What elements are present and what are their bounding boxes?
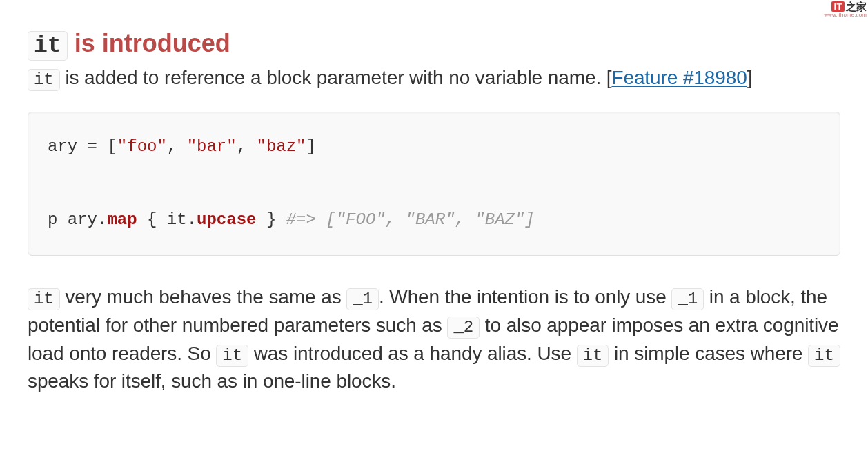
source-watermark: IT 之家 www.ithome.com bbox=[824, 1, 867, 18]
ic-it-2: it bbox=[216, 345, 248, 367]
code-line-2: p ary.map { it.upcase } #=> ["FOO", "BAR… bbox=[48, 210, 535, 229]
ic-it-1: it bbox=[28, 288, 60, 310]
section-heading: it is introduced bbox=[28, 28, 840, 60]
intro-text-1: is added to reference a block parameter … bbox=[60, 67, 612, 88]
ic-underscore-1a: _1 bbox=[346, 288, 379, 310]
code-example: ary = ["foo", "bar", "baz"] p ary.map { … bbox=[28, 112, 840, 255]
ic-it-4: it bbox=[808, 345, 840, 367]
ic-it-3: it bbox=[577, 345, 609, 367]
ic-underscore-2: _2 bbox=[447, 317, 480, 339]
code-line-1: ary = ["foo", "bar", "baz"] bbox=[48, 137, 316, 156]
heading-text: is introduced bbox=[68, 29, 230, 57]
heading-code: it bbox=[28, 31, 68, 61]
logo: IT 之家 bbox=[831, 1, 867, 12]
logo-glyph: 之家 bbox=[846, 1, 867, 12]
inline-code-it: it bbox=[28, 69, 60, 91]
ic-underscore-1b: _1 bbox=[671, 288, 704, 310]
document-page: IT 之家 www.ithome.com it is introduced it… bbox=[0, 0, 868, 396]
intro-text-2: ] bbox=[747, 67, 753, 88]
explanation-paragraph: it very much behaves the same as _1. Whe… bbox=[28, 283, 840, 396]
feature-link[interactable]: Feature #18980 bbox=[611, 67, 747, 88]
watermark-url: www.ithome.com bbox=[824, 12, 867, 18]
intro-paragraph: it is added to reference a block paramet… bbox=[28, 64, 840, 92]
logo-it-badge: IT bbox=[831, 1, 845, 12]
